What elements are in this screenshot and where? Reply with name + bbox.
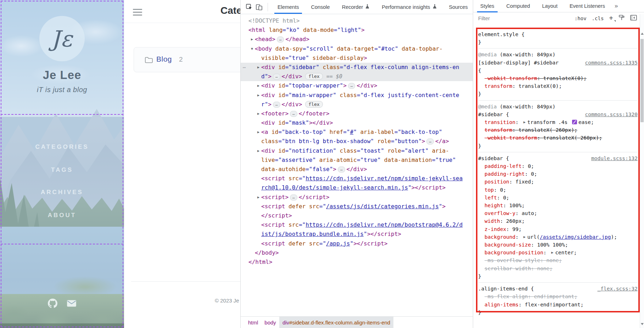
tab-layout[interactable]: Layout [536,0,564,12]
dom-tree-row[interactable]: <script defer src="/app.js"></script> [241,239,473,248]
category-link[interactable]: Blog [156,55,172,63]
css-line[interactable]: -webkit-transform: translateX(0); [478,74,638,82]
dom-tree-row[interactable]: ▶<script>…</script> [241,193,473,202]
dom-tree-row[interactable]: ▶<div id="main-wrapper" class="d-flex ju… [241,91,473,100]
css-line[interactable]: padding-right: 0; [478,170,638,178]
css-line[interactable]: left: 0; [478,194,638,202]
dom-tree-row[interactable]: live="assertive" aria-atomic="true" data… [241,155,473,165]
tab-sources[interactable]: Sources [443,0,474,14]
tab-computed[interactable]: Computed [500,0,536,12]
mail-icon[interactable] [67,299,77,308]
expand-icon[interactable]: ▶ [256,63,261,72]
css-source-link[interactable]: module.scss:132 [591,154,638,162]
toggle-class-button[interactable]: .cls [592,16,604,21]
dom-tree-row[interactable]: ▶<head>…</head> [241,35,473,44]
scrollbar-thumb[interactable] [640,39,644,122]
flex-badge[interactable]: flex [305,73,323,80]
sidebar-nav-categories[interactable]: CATEGORIES [0,143,124,151]
css-line[interactable]: -ms-overflow-style: none; [478,256,638,264]
resource-link[interactable]: /assets/img/sidebar.jpg [540,234,611,240]
inline-expand-icon[interactable]: … [277,36,284,43]
css-source-link[interactable]: _flex.scss:32 [598,285,638,293]
expand-icon[interactable]: ▶ [256,193,261,202]
css-line[interactable]: scrollbar-width: none; [478,265,638,272]
breadcrumb-item-body[interactable]: body [261,317,279,328]
styles-scrollbar[interactable] [640,14,644,328]
dom-tree-row[interactable]: <script defer src="/assets/js/dist/categ… [241,202,473,211]
bezier-swatch-icon[interactable] [572,119,577,123]
inline-expand-icon[interactable]: … [348,83,355,89]
css-line[interactable]: background-size: 100% 100%; [478,241,638,249]
dom-tree-row[interactable]: <html lang="ko" data-mode="light"> [241,26,473,35]
css-line[interactable]: padding-left: 0; [478,162,638,170]
inline-expand-icon[interactable]: … [290,194,297,200]
flex-badge[interactable]: flex [305,101,323,108]
expand-icon[interactable]: ▶ [256,81,261,90]
expand-value-icon[interactable]: ▶ [523,235,526,239]
dom-tree-row[interactable]: ▶<div id="topbar-wrapper">…</div> [241,81,473,90]
css-source-link[interactable]: commons.scss:1320 [585,111,638,118]
dom-tree-row[interactable]: </body> [241,248,473,258]
expand-icon[interactable]: ▶ [256,91,261,100]
css-line[interactable]: } [478,272,638,280]
css-line[interactable]: position: fixed; [478,178,638,186]
dom-tree-row[interactable]: <script src="https://cdn.jsdelivr.net/np… [241,220,473,230]
tab-recorder[interactable]: Recorder [336,0,376,14]
css-line[interactable]: @media (max-width: 849px) [478,51,638,58]
inline-expand-icon[interactable]: … [426,138,434,145]
breadcrumb-item-html[interactable]: html [245,317,261,328]
tab-console[interactable]: Console [305,0,336,14]
dom-tree-row[interactable]: d">…</div>flex== $0 [241,72,473,81]
css-line[interactable]: align-items: flex-end!important; [478,301,638,309]
filter-input[interactable]: Filter [478,15,490,21]
tab-performance-insights[interactable]: Performance insights [376,0,443,14]
css-line[interactable]: top: 0; [478,186,638,194]
inspect-element-icon[interactable] [244,2,254,12]
css-line[interactable]: overflow-y: auto; [478,209,638,217]
css-line[interactable]: transform: translateX(-260px); [478,126,638,134]
css-line[interactable]: -ms-flex-align: end!important; [478,293,638,300]
css-line[interactable]: -webkit-transform: translateX(-260px); [478,134,638,142]
toggle-hover-state-button[interactable]: :hov [575,16,587,21]
dom-tree-row[interactable]: r">…</div>flex [241,100,473,109]
dom-tree-row[interactable]: ▶<a id="back-to-top" href="#" aria-label… [241,128,473,137]
css-line[interactable]: } [478,90,638,98]
css-line[interactable]: #sidebar {commons.scss:1320 [478,111,638,118]
tab-elements[interactable]: Elements [271,0,305,14]
scroll-down-arrow-icon[interactable] [641,323,644,325]
dom-tree-row[interactable]: </script> [241,211,473,220]
dom-tree-row[interactable]: rch@1.10.0/dest/simple-jekyll-search.min… [241,183,473,192]
dom-tree-row[interactable]: visible="true" sidebar-display> [241,53,473,63]
css-line[interactable]: background: ▶url(/assets/img/sidebar.jpg… [478,233,638,241]
dom-tree-row[interactable]: class="btn btn-lg btn-box-shadow" role="… [241,137,473,146]
css-line[interactable]: z-index: 99; [478,225,638,233]
css-source-link[interactable]: commons.scss:1335 [585,59,638,67]
expand-icon[interactable]: ▶ [249,35,255,44]
inline-expand-icon[interactable]: … [273,74,280,80]
category-card[interactable]: Blog 2 [134,47,240,72]
css-line[interactable]: } [478,142,638,150]
sidebar-nav-archives[interactable]: ARCHIVES [0,189,124,196]
hamburger-menu-button[interactable] [133,9,142,16]
sidebar-nav-about[interactable]: ABOUT [0,212,124,219]
dom-tree-row[interactable]: ist/js/bootstrap.bundle.min.js"></script… [241,230,473,239]
sidebar-nav-tags[interactable]: TAGS [0,166,124,174]
dom-tree-row[interactable]: <!DOCTYPE html> [241,16,473,26]
github-icon[interactable] [47,299,57,308]
device-toolbar-icon[interactable] [254,2,264,12]
expand-value-icon[interactable]: ▶ [551,250,553,254]
dom-tree-row[interactable]: ▶<div id="notification" class="toast" ro… [241,146,473,155]
css-line[interactable]: @media (max-width: 849px) [478,103,638,111]
paint-roller-icon[interactable] [618,15,625,22]
dom-tree-row[interactable]: data-autohide="false">…</div> [241,165,473,174]
scroll-up-arrow-icon[interactable] [641,33,644,35]
css-line[interactable]: background-position: ▶center; [478,249,638,256]
expand-icon[interactable]: ▶ [256,128,261,137]
dom-tree-row[interactable]: </html> [241,258,473,267]
dom-tree-row[interactable]: ▶<footer>…</footer> [241,109,473,118]
styles-more-tabs-chevron[interactable]: » [611,2,621,10]
css-line[interactable]: transition: ▶transform .4s ease; [478,118,638,126]
css-line[interactable]: height: 100%; [478,202,638,209]
css-line[interactable]: { [478,67,638,74]
dom-tree-row[interactable]: <script src="https://cdn.jsdelivr.net/np… [241,174,473,183]
